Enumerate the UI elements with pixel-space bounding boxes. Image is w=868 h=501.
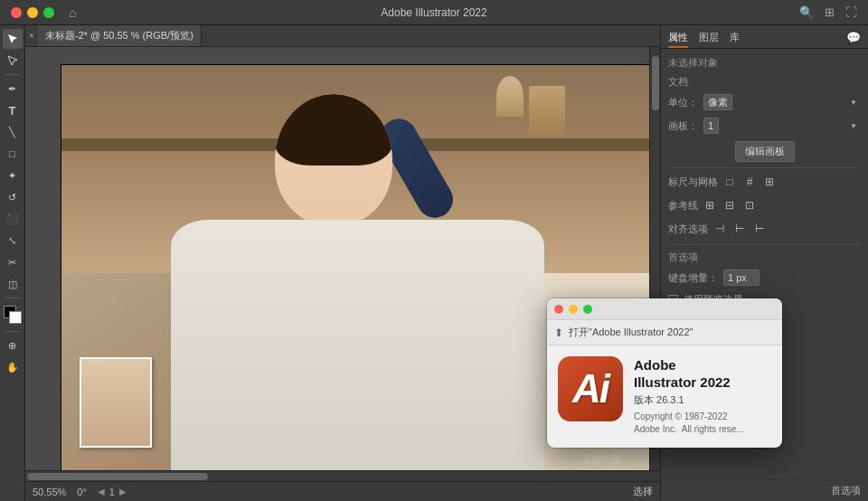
about-copyright: Copyright © 1987-2022Adobe Inc. All righ… bbox=[634, 411, 771, 436]
tab-label[interactable]: 未标题-2* @ 50.55 % (RGB/预览) bbox=[38, 25, 202, 46]
maximize-button[interactable] bbox=[43, 7, 54, 18]
grid-icon[interactable]: ⊞ bbox=[821, 4, 838, 21]
angle-value: 0° bbox=[77, 487, 87, 497]
page-prev-btn[interactable]: ◀ bbox=[98, 487, 105, 497]
small-photo bbox=[80, 357, 152, 448]
divider-1 bbox=[668, 167, 861, 168]
girl-shirt bbox=[171, 220, 544, 470]
hand-tool[interactable]: ✋ bbox=[3, 357, 23, 377]
unit-select-wrapper: 像素 ▼ bbox=[703, 94, 861, 110]
panel-tabs: 属性 图层 库 💬 bbox=[661, 25, 868, 49]
horizontal-scrollbar[interactable] bbox=[25, 470, 660, 481]
divider-2 bbox=[668, 244, 861, 245]
traffic-lights bbox=[0, 7, 54, 18]
direct-select-tool[interactable] bbox=[3, 51, 23, 71]
mirror-tool[interactable]: ⬛ bbox=[3, 209, 23, 229]
unit-row: 单位： 像素 ▼ bbox=[668, 94, 861, 110]
guides-icon-btn-1[interactable]: ⊞ bbox=[702, 197, 718, 213]
about-app-name-2: Illustrator 2022 bbox=[634, 374, 771, 390]
about-max-btn[interactable] bbox=[583, 305, 592, 314]
scissors-tool[interactable]: ✂ bbox=[3, 252, 23, 272]
gradient-tool[interactable]: ◫ bbox=[3, 274, 23, 294]
align-icon-btn-1[interactable]: ⊣ bbox=[712, 221, 728, 237]
artboard-select-wrapper: 1 ▼ bbox=[703, 118, 861, 134]
about-min-btn[interactable] bbox=[569, 305, 578, 314]
about-share-icon[interactable]: ⬆ bbox=[554, 326, 563, 339]
close-button[interactable] bbox=[11, 7, 22, 18]
tab-bar: × 未标题-2* @ 50.55 % (RGB/预览) bbox=[25, 25, 660, 47]
zoom-status: 50.55% bbox=[33, 487, 66, 497]
align-label: 对齐选项 bbox=[668, 222, 708, 236]
search-icon[interactable]: 🔍 bbox=[796, 4, 817, 21]
select-label[interactable]: 选择 bbox=[633, 485, 653, 498]
type-tool[interactable]: T bbox=[3, 100, 23, 120]
prefs-section-label: 首选项 bbox=[668, 250, 861, 264]
status-bar: 50.55% 0° ◀ 1 ▶ 选择 bbox=[25, 481, 660, 501]
tab-layers[interactable]: 图层 bbox=[699, 27, 719, 48]
angle-status: 0° bbox=[77, 487, 87, 497]
rulers-grid-row: 标尺与网格 □ # ⊞ bbox=[668, 174, 861, 190]
key-increment-row: 键盘增量： bbox=[668, 269, 861, 286]
about-toolbar-label: 打开"Adobe Illustrator 2022" bbox=[569, 326, 693, 339]
scale-tool[interactable]: ⤡ bbox=[3, 231, 23, 250]
guides-row: 参考线 ⊞ ⊟ ⊡ bbox=[668, 197, 861, 213]
minimize-button[interactable] bbox=[27, 7, 38, 18]
artboard-select-arrow: ▼ bbox=[850, 122, 857, 130]
chat-icon[interactable]: 💬 bbox=[846, 31, 861, 48]
rulers-icon-btn[interactable]: □ bbox=[722, 174, 738, 190]
page-next-btn[interactable]: ▶ bbox=[119, 487, 127, 497]
edit-artboard-btn[interactable]: 编辑画板 bbox=[735, 141, 795, 162]
background-color[interactable] bbox=[9, 311, 22, 324]
tab-library[interactable]: 库 bbox=[730, 27, 740, 48]
ai-logo-text: Ai bbox=[572, 369, 609, 409]
align-icon-btn-3[interactable]: ⊢ bbox=[751, 221, 768, 237]
about-version: 版本 26.3.1 bbox=[634, 393, 771, 407]
more-prefs-btn[interactable]: 首选项 bbox=[661, 479, 868, 501]
doc-section-label: 文档 bbox=[668, 75, 861, 89]
guides-icon-btn-2[interactable]: ⊟ bbox=[722, 197, 738, 213]
tool-divider-1 bbox=[5, 74, 21, 75]
watermark: 灵感中国 lingganchina.com bbox=[581, 453, 645, 470]
about-toolbar: ⬆ 打开"Adobe Illustrator 2022" bbox=[547, 320, 782, 345]
app-title: Adobe Illustrator 2022 bbox=[381, 6, 486, 19]
paintbrush-tool[interactable]: ✦ bbox=[3, 165, 23, 185]
panel-header: 属性 图层 库 💬 bbox=[661, 25, 868, 49]
watermark-url: lingganchina.com bbox=[581, 467, 645, 470]
rect-tool[interactable]: □ bbox=[3, 144, 23, 164]
ai-logo: Ai bbox=[558, 356, 623, 421]
line-tool[interactable]: ╲ bbox=[3, 122, 23, 142]
tab-close-btn[interactable]: × bbox=[25, 31, 38, 41]
select-tool[interactable] bbox=[3, 29, 23, 49]
title-bar: ⌂ Adobe Illustrator 2022 🔍 ⊞ ⛶ bbox=[0, 0, 868, 25]
fullscreen-icon[interactable]: ⛶ bbox=[842, 4, 861, 21]
grid-icon-btn[interactable]: # bbox=[741, 174, 758, 190]
color-selector[interactable] bbox=[4, 306, 22, 324]
artboard-select[interactable]: 1 bbox=[703, 118, 719, 134]
unit-label: 单位： bbox=[668, 96, 698, 109]
watermark-chinese: 灵感中国 bbox=[581, 453, 645, 467]
unit-select[interactable]: 像素 bbox=[703, 94, 732, 110]
left-toolbar: ✒ T ╲ □ ✦ ↺ ⬛ ⤡ ✂ ◫ ⊕ ✋ bbox=[0, 25, 25, 501]
scrollbar-thumb-vertical[interactable] bbox=[652, 56, 659, 110]
guides-icon-btn-3[interactable]: ⊡ bbox=[741, 197, 758, 213]
about-titlebar bbox=[547, 298, 782, 320]
pen-tool[interactable]: ✒ bbox=[3, 79, 23, 99]
page-nav: ◀ 1 ▶ bbox=[98, 487, 127, 497]
about-close-btn[interactable] bbox=[554, 305, 563, 314]
align-icon-btn-2[interactable]: ⊢ bbox=[731, 221, 748, 237]
about-dialog: ⬆ 打开"Adobe Illustrator 2022" Ai Adobe Il… bbox=[547, 298, 782, 448]
tab-properties[interactable]: 属性 bbox=[668, 27, 688, 48]
title-bar-actions: 🔍 ⊞ ⛶ bbox=[796, 4, 868, 21]
rulers-label: 标尺与网格 bbox=[668, 175, 718, 189]
scrollbar-thumb-horizontal[interactable] bbox=[27, 473, 208, 480]
unit-select-arrow: ▼ bbox=[850, 99, 857, 107]
zoom-value: 50.55% bbox=[33, 487, 66, 497]
zoom-tool[interactable]: ⊕ bbox=[3, 336, 23, 355]
rotate-tool[interactable]: ↺ bbox=[3, 187, 23, 207]
snap-icon-btn[interactable]: ⊞ bbox=[761, 174, 778, 190]
girl-figure bbox=[150, 73, 565, 470]
home-icon[interactable]: ⌂ bbox=[69, 5, 76, 20]
about-body: Ai Adobe Illustrator 2022 版本 26.3.1 Copy… bbox=[547, 345, 782, 447]
key-increment-input[interactable] bbox=[723, 269, 760, 286]
about-info: Adobe Illustrator 2022 版本 26.3.1 Copyrig… bbox=[634, 356, 771, 436]
